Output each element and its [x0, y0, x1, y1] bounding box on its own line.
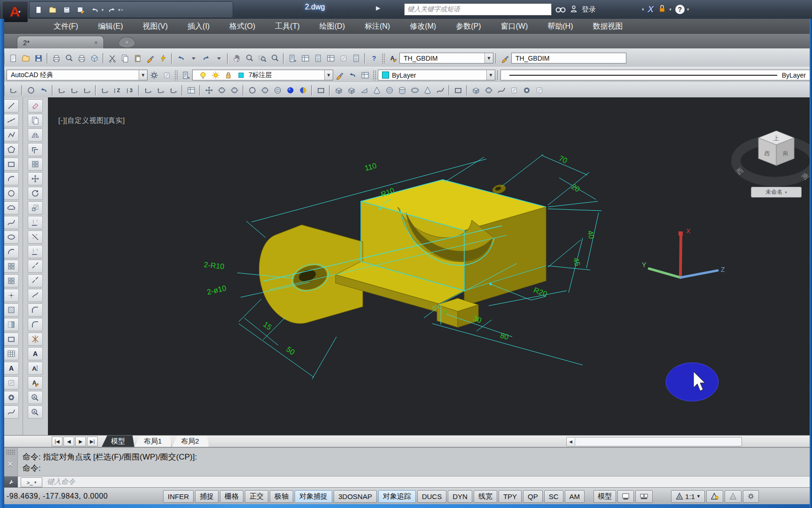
qat-more-icon[interactable]: » — [121, 8, 123, 12]
command-input-row[interactable]: >_ ▾ 键入命令 — [0, 476, 812, 488]
qat-saveas-icon[interactable] — [75, 4, 87, 16]
open-icon[interactable] — [19, 52, 32, 64]
status-toggle-SC[interactable]: SC — [544, 490, 563, 503]
ucs-z-icon[interactable] — [167, 84, 180, 97]
status-toggle-正交[interactable]: 正交 — [245, 490, 268, 503]
viewcube-face-south[interactable]: 南 — [782, 150, 789, 157]
layer-previous-icon[interactable] — [346, 69, 359, 81]
subtract-icon[interactable] — [533, 84, 546, 97]
chevron-down-icon[interactable]: ▼ — [139, 70, 147, 80]
help-icon[interactable]: ? — [367, 52, 380, 64]
status-toggle-栅格[interactable]: 栅格 — [220, 490, 243, 503]
drawing-viewport[interactable]: 110 R10 70 20 40 45 R20 2-R10 2-ø10 15 5… — [48, 97, 810, 435]
tab-layout1[interactable]: 布局1 — [134, 436, 172, 447]
chevron-down-icon[interactable]: ▼ — [486, 70, 495, 80]
qat-open-icon[interactable] — [47, 4, 59, 16]
workspace-save-icon[interactable] — [160, 69, 173, 81]
make-object-layer-current-icon[interactable] — [333, 69, 346, 81]
status-toggle-对象追踪[interactable]: 对象追踪 — [378, 490, 416, 503]
menu-item[interactable]: 工具(T) — [272, 20, 302, 33]
customize-button[interactable] — [4, 476, 18, 488]
cone-icon[interactable] — [370, 84, 383, 97]
qnew-icon[interactable] — [7, 52, 19, 64]
zoom-window-icon[interactable] — [256, 52, 268, 64]
trim-icon[interactable] — [28, 230, 43, 244]
quick-view-drawings-icon[interactable] — [635, 490, 653, 503]
loft-icon[interactable] — [508, 84, 520, 97]
layer-color-swatch-icon[interactable] — [234, 69, 247, 81]
menu-item[interactable]: 参数(P) — [453, 20, 484, 33]
torus-icon[interactable] — [408, 84, 421, 97]
planar-surface-icon[interactable] — [452, 84, 464, 97]
viewcube-face-top[interactable]: 上 — [773, 135, 779, 142]
tab-nav-last-icon[interactable]: ▶| — [87, 437, 98, 446]
copy-icon[interactable] — [28, 114, 43, 127]
vs-2d-wireframe-icon[interactable] — [246, 84, 258, 97]
chevron-down-icon[interactable]: ▼ — [484, 53, 493, 63]
named-ucs-icon[interactable] — [185, 84, 197, 97]
layer-combo[interactable]: 7标注层 ▼ — [192, 70, 333, 80]
signin-link[interactable]: 登录 — [582, 5, 596, 14]
vs-wireframe-icon[interactable] — [258, 84, 271, 97]
viewcube-face-west[interactable]: 西 — [764, 150, 771, 157]
edit-text-icon[interactable]: A — [28, 376, 43, 389]
qat-redo-icon[interactable] — [106, 4, 118, 16]
polygon-icon[interactable] — [4, 143, 19, 156]
line-icon[interactable] — [4, 99, 19, 112]
revision-cloud-icon[interactable] — [4, 201, 19, 214]
vs-conceptual-icon[interactable] — [297, 84, 309, 97]
status-toggle-DYN[interactable]: DYN — [448, 490, 472, 503]
application-menu-button[interactable]: A ▾ — [2, 1, 28, 23]
mtext-icon[interactable]: A — [28, 347, 43, 360]
layer-freeze-sun-icon[interactable] — [209, 69, 222, 81]
mirror-icon[interactable] — [28, 128, 43, 142]
workspace-combo[interactable]: AutoCAD 经典▼ — [7, 70, 148, 80]
markup-icon[interactable] — [337, 52, 350, 64]
ucs-3point-icon[interactable]: 3 — [124, 84, 136, 97]
ucs-x-icon[interactable] — [141, 84, 154, 97]
menu-item[interactable]: 格式(O) — [226, 20, 258, 33]
rectangle-icon[interactable] — [4, 158, 19, 171]
signin-dropdown-icon[interactable]: ▾ — [642, 7, 644, 12]
menu-item[interactable]: 修改(M) — [407, 20, 439, 33]
hatch-icon[interactable] — [4, 303, 19, 317]
viewcube[interactable]: 西 南 上 西 南 — [735, 131, 810, 182]
quick-view-layouts-icon[interactable] — [617, 490, 634, 503]
erase-icon[interactable] — [28, 99, 43, 112]
text-style-icon[interactable]: A — [387, 52, 399, 64]
ucs-object-icon[interactable] — [55, 84, 68, 97]
ucs-y-icon[interactable] — [154, 84, 167, 97]
status-toggle-DUCS[interactable]: DUCS — [417, 490, 447, 503]
lock-dropdown-icon[interactable]: ▾ — [669, 7, 671, 12]
tool-palettes-icon[interactable] — [312, 52, 324, 64]
3d-pan-icon[interactable] — [203, 84, 215, 97]
dim-style-combo[interactable]: TH_GBDIM — [511, 53, 626, 64]
menu-item[interactable]: 窗口(W) — [498, 20, 531, 33]
save-icon[interactable] — [32, 52, 45, 64]
file-tab[interactable]: 2* × — [17, 36, 104, 48]
break-at-point-icon[interactable] — [28, 260, 43, 273]
tab-nav-prev-icon[interactable]: ◀ — [63, 437, 74, 446]
chevron-down-icon[interactable]: ▼ — [324, 70, 333, 80]
layer-properties-icon[interactable] — [180, 69, 192, 81]
ucs-world-icon[interactable] — [24, 84, 37, 97]
infocenter-collapse-icon[interactable]: ▶ — [376, 5, 380, 11]
circle-icon[interactable] — [4, 187, 19, 200]
chamfer-icon[interactable] — [28, 303, 43, 317]
helix-icon[interactable] — [434, 84, 446, 97]
free-orbit-icon[interactable] — [228, 84, 241, 97]
plot-icon[interactable] — [50, 52, 62, 64]
cut-icon[interactable] — [106, 52, 118, 64]
tab-nav-next-icon[interactable]: ▶ — [75, 437, 86, 446]
viewport-view-label[interactable]: [-][自定义视图][真实] — [58, 116, 125, 125]
redo-dropdown-icon[interactable]: ▾ — [118, 8, 121, 12]
paste-icon[interactable] — [131, 52, 144, 64]
model-space-button[interactable]: 模型 — [593, 490, 616, 503]
qat-undo-icon[interactable] — [89, 4, 101, 16]
new-tab-button[interactable]: + — [118, 37, 135, 48]
help-icon[interactable]: ? — [675, 5, 685, 14]
sweep-icon[interactable] — [495, 84, 508, 97]
qat-save-icon[interactable] — [61, 4, 73, 16]
command-window-gutter[interactable]: ✕ — [4, 448, 18, 477]
donut-icon[interactable] — [4, 391, 19, 404]
